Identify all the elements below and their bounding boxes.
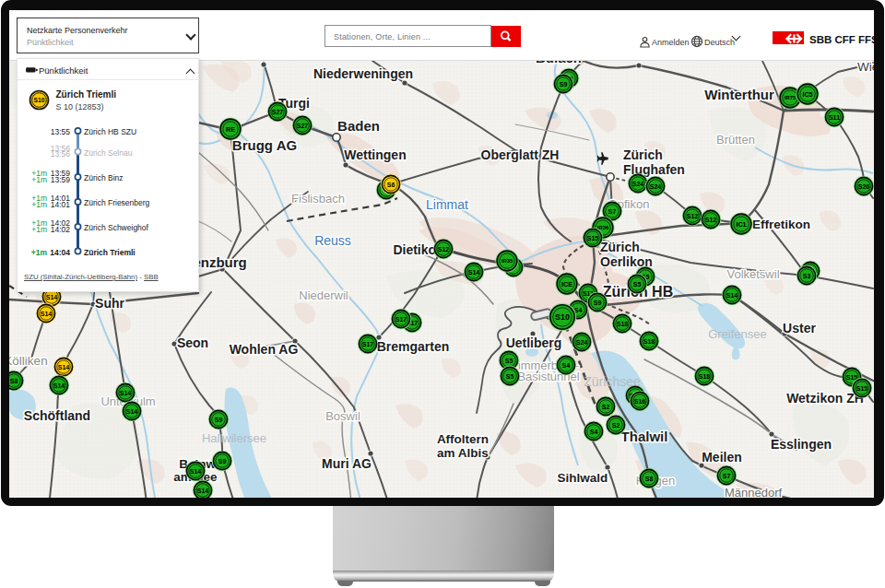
svg-text:S2: S2 [612,422,620,429]
svg-text:S26: S26 [858,183,870,190]
svg-text:S9: S9 [594,300,602,306]
svg-text:Brugg AG: Brugg AG [232,137,297,153]
svg-text:S8: S8 [10,378,18,384]
svg-text:Hallwilersee: Hallwilersee [202,431,266,445]
svg-text:am Albis: am Albis [437,446,489,460]
svg-text:Esslingen: Esslingen [771,437,832,452]
svg-text:Meilen: Meilen [702,450,742,465]
svg-text:Suhr: Suhr [95,296,124,311]
svg-text:IC5: IC5 [802,90,812,99]
svg-text:S14: S14 [197,488,209,494]
svg-text:Wettingen: Wettingen [344,147,406,162]
svg-text:S14: S14 [126,408,138,415]
svg-text:Zürich: Zürich [623,147,663,162]
svg-text:Reuss: Reuss [314,233,351,248]
svg-text:IR75: IR75 [785,95,796,100]
svg-text:S17: S17 [395,316,407,323]
svg-text:Zürich: Zürich [600,240,640,254]
svg-text:S10: S10 [33,97,44,103]
svg-text:Uetliberg: Uetliberg [506,335,562,350]
svg-text:S11: S11 [829,114,840,121]
svg-text:Baden: Baden [337,118,380,134]
svg-text:S24: S24 [576,339,588,346]
svg-text:IR35: IR35 [502,258,513,264]
svg-text:S17: S17 [362,341,374,347]
svg-text:S7: S7 [723,473,731,479]
svg-text:Boswil: Boswil [325,409,360,423]
svg-text:Wetzikon ZH: Wetzikon ZH [786,391,864,406]
svg-text:S14: S14 [53,382,65,389]
svg-text:S16: S16 [634,398,646,405]
svg-text:Thalwil: Thalwil [621,429,668,444]
svg-text:Bülach: Bülach [536,61,582,65]
svg-text:IC1: IC1 [736,220,746,229]
svg-text:S27: S27 [297,123,309,129]
svg-text:S24: S24 [632,181,644,187]
svg-text:Fislisbach: Fislisbach [291,192,345,206]
svg-text:S5: S5 [633,281,642,288]
svg-text:S9: S9 [215,417,223,423]
svg-text:Kölliken: Kölliken [9,354,48,368]
svg-text:S12: S12 [705,217,717,223]
svg-text:Männedorf: Männedorf [725,486,783,498]
svg-text:S27: S27 [272,109,284,115]
svg-text:S9: S9 [218,458,227,465]
svg-text:Uster: Uster [783,321,816,335]
svg-text:S7: S7 [608,208,617,215]
svg-text:Affoltern: Affoltern [437,432,489,446]
svg-text:S18: S18 [617,321,629,327]
svg-text:S14: S14 [41,311,53,317]
svg-text:ICE: ICE [561,280,572,288]
svg-text:Sihlwald: Sihlwald [558,471,608,485]
svg-text:S15: S15 [587,235,599,241]
svg-text:Seon: Seon [177,335,208,350]
svg-text:S9: S9 [560,81,568,88]
svg-text:Limmat: Limmat [426,197,468,212]
svg-text:S10: S10 [555,312,570,322]
svg-text:S4: S4 [590,429,598,435]
svg-text:S8: S8 [645,476,654,482]
svg-text:S14: S14 [190,468,202,475]
svg-text:S5: S5 [505,358,513,364]
svg-text:S14: S14 [58,364,70,370]
svg-text:S18: S18 [699,373,711,380]
svg-text:Winterthur: Winterthur [704,87,774,102]
svg-text:S24: S24 [650,183,662,190]
svg-text:S6: S6 [387,182,395,188]
svg-text:S15: S15 [856,385,868,392]
svg-text:Wiesendangen: Wiesendangen [857,61,874,74]
svg-text:Schöftland: Schöftland [24,408,90,423]
svg-text:S15: S15 [846,374,858,381]
svg-text:Brütten: Brütten [716,133,755,147]
svg-text:Muri AG: Muri AG [322,456,372,471]
svg-text:S18: S18 [643,338,655,345]
svg-text:RE: RE [226,125,235,134]
svg-text:S3: S3 [803,273,811,279]
svg-text:S5: S5 [506,373,514,380]
svg-text:Greifensee: Greifensee [708,327,767,341]
svg-text:S4: S4 [562,362,571,369]
svg-text:S14: S14 [468,269,480,276]
svg-text:Effretikon: Effretikon [752,218,810,231]
svg-text:Volketswil: Volketswil [726,267,779,281]
svg-text:S2: S2 [602,404,610,410]
svg-text:Niederweningen: Niederweningen [313,66,413,81]
svg-text:S14: S14 [46,294,58,300]
svg-text:Niederwil: Niederwil [299,288,348,302]
svg-text:S14: S14 [120,390,132,396]
svg-text:S14: S14 [726,292,738,299]
svg-text:S12: S12 [438,246,450,253]
svg-text:Wohlen AG: Wohlen AG [230,342,299,357]
svg-text:Oberglatt ZH: Oberglatt ZH [481,147,560,162]
svg-text:Bremgarten: Bremgarten [377,339,450,354]
svg-text:S12: S12 [687,213,699,219]
